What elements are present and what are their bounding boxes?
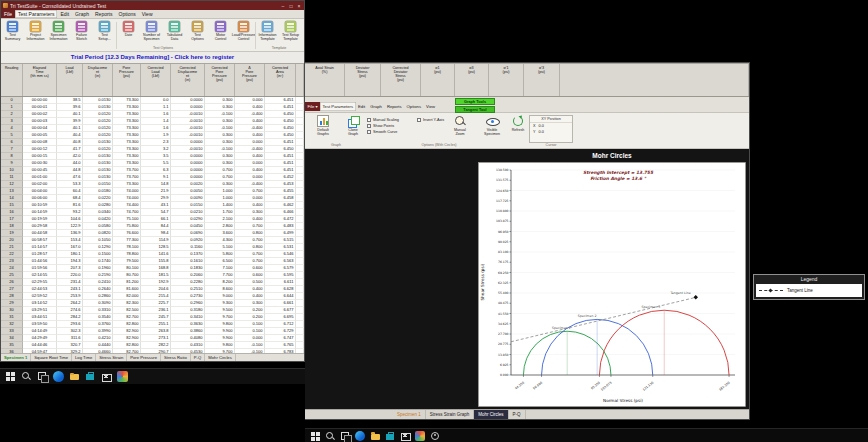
table-row[interactable]: 2301:44:56194.30.174079.500155.80.16106.…: [1, 258, 304, 265]
table-row[interactable]: 100:00:0139.60.013073.3001.10.00000.3000…: [1, 104, 304, 111]
table-row[interactable]: 1200:02:0053.30.015073.30014.80.00200.30…: [1, 181, 304, 188]
menu-item-edit[interactable]: Edit: [57, 10, 72, 18]
table-row[interactable]: 3003:29:51274.60.331082.500236.10.31809.…: [1, 307, 304, 314]
tab-mohr-circles[interactable]: Mohr Circles: [474, 410, 508, 419]
tab-mohr-circles[interactable]: Mohr Circles: [205, 354, 236, 361]
tab-square-root-time[interactable]: Square Root Time: [31, 354, 72, 361]
tangent-tool-button[interactable]: Tangent Tool: [455, 106, 495, 113]
table-row[interactable]: 1400:06:0068.40.022074.00029.90.00901.00…: [1, 195, 304, 202]
table-row[interactable]: 3404:29:49311.60.421082.900273.10.40809.…: [1, 335, 304, 342]
manual-zoom-button[interactable]: Manual Zoom: [445, 115, 475, 136]
menu-item-graph[interactable]: Graph: [368, 102, 385, 111]
mail-icon[interactable]: [400, 431, 410, 441]
tab-specimen-1[interactable]: Specimen 1: [393, 410, 426, 419]
checkbox-invert-y-axis[interactable]: Invert Y-Axis: [417, 117, 444, 123]
table-row[interactable]: 2602:29:55231.40.241081.200192.90.22808.…: [1, 279, 304, 286]
tab-p-q[interactable]: P-Q: [509, 410, 526, 419]
table-row[interactable]: 2201:28:57180.10.150078.800141.60.13705.…: [1, 251, 304, 258]
menu-item-view[interactable]: View: [423, 102, 437, 111]
start-icon[interactable]: [310, 431, 320, 441]
table-row[interactable]: 2802:59:52253.90.286082.000215.40.27309.…: [1, 293, 304, 300]
edge-icon[interactable]: [53, 371, 64, 382]
table-row[interactable]: 1900:44:58136.90.082076.60098.40.06903.6…: [1, 230, 304, 237]
table-row[interactable]: 2000:58:57153.40.105077.300114.90.09204.…: [1, 237, 304, 244]
table-row[interactable]: 500:00:0540.40.012073.3001.9-0.00100.300…: [1, 132, 304, 139]
table-row[interactable]: 600:00:0840.80.013073.3002.30.00000.3000…: [1, 139, 304, 146]
store-icon[interactable]: [385, 431, 395, 441]
clone-graph-button[interactable]: Clone Graph: [338, 115, 368, 136]
table-row[interactable]: 1500:10:5981.60.028074.40043.10.01501.40…: [1, 202, 304, 209]
table-row[interactable]: 1700:19:59104.60.042075.10066.10.02902.1…: [1, 216, 304, 223]
table-row[interactable]: 2903:14:52264.20.309082.300225.70.29609.…: [1, 300, 304, 307]
settings-icon[interactable]: [430, 431, 440, 441]
maximize-button[interactable]: □: [288, 2, 294, 10]
table-row[interactable]: 900:00:3044.00.013073.3005.50.00000.3000…: [1, 160, 304, 167]
menu-item-file[interactable]: File ▾: [305, 102, 320, 111]
menu-item-options[interactable]: Options: [116, 10, 139, 18]
menu-item-file[interactable]: File: [1, 10, 15, 18]
file-explorer-icon[interactable]: [69, 371, 80, 382]
task-view-icon[interactable]: [340, 431, 350, 441]
ribbon-button-failure-sketch[interactable]: Failure Sketch: [70, 20, 93, 51]
menu-item-view[interactable]: View: [139, 10, 156, 18]
photos-icon[interactable]: [415, 431, 425, 441]
menu-item-reports[interactable]: Reports: [92, 10, 116, 18]
table-row[interactable]: 3304:14:49302.30.399082.900263.80.38609.…: [1, 328, 304, 335]
table-row[interactable]: 1000:00:4544.80.013073.7006.30.00000.700…: [1, 167, 304, 174]
menu-item-options[interactable]: Options: [404, 102, 423, 111]
table-row[interactable]: 3103:44:51284.20.354082.700245.70.34109.…: [1, 314, 304, 321]
table-row[interactable]: 2702:44:53243.10.264081.600204.60.25108.…: [1, 286, 304, 293]
edge-icon[interactable]: [355, 431, 365, 441]
table-row[interactable]: 400:00:0440.10.012073.3001.6-0.0010-0.10…: [1, 125, 304, 132]
default-graphs-button[interactable]: Default Graphs: [308, 115, 338, 136]
menu-item-test-parameters[interactable]: Test Parameters: [15, 10, 57, 18]
table-row[interactable]: 3203:59:50293.60.376082.800255.10.36309.…: [1, 321, 304, 328]
menu-item-reports[interactable]: Reports: [384, 102, 404, 111]
table-row[interactable]: 200:00:0240.10.012073.3001.6-0.0010-0.10…: [1, 111, 304, 118]
table-row[interactable]: 2401:59:56207.30.196080.100168.80.18307.…: [1, 265, 304, 272]
table-row[interactable]: 3504:44:46320.70.444082.800282.20.43109.…: [1, 342, 304, 349]
table-row[interactable]: 1800:29:58122.90.058075.80084.40.04502.8…: [1, 223, 304, 230]
ribbon-button-test-setup[interactable]: Test Setup...: [93, 20, 116, 51]
ribbon-button-specimen-information[interactable]: Specimen Information: [47, 20, 70, 51]
ribbon-button-load-pressure-control[interactable]: Load/Pressure Control: [232, 20, 255, 51]
table-row[interactable]: 1100:01:0047.60.013073.7009.10.00000.700…: [1, 174, 304, 181]
table-row[interactable]: 2101:14:57167.00.129078.100128.50.11605.…: [1, 244, 304, 251]
table-row[interactable]: 1300:04:0060.40.018074.00021.90.00501.00…: [1, 188, 304, 195]
tab-p-q[interactable]: P-Q: [191, 354, 205, 361]
trial-banner-link[interactable]: Trial Period [12.3 Days Remaining] - Cli…: [1, 52, 304, 63]
table-row[interactable]: 300:00:0339.90.012073.3001.4-0.00100.300…: [1, 118, 304, 125]
menu-item-edit[interactable]: Edit: [356, 102, 368, 111]
table-body[interactable]: 000:00:0038.50.013073.3000.00.00000.3000…: [1, 97, 304, 353]
close-button[interactable]: ×: [296, 2, 302, 10]
title-bar[interactable]: Tri TestSuite - Consolidated Undrained T…: [1, 1, 304, 10]
file-explorer-icon[interactable]: [370, 431, 380, 441]
task-view-icon[interactable]: [37, 371, 48, 382]
ribbon-button-project-information[interactable]: Project Information: [24, 20, 47, 51]
table-row[interactable]: 2502:14:55220.00.219080.700181.50.20607.…: [1, 272, 304, 279]
graph-tools-button[interactable]: Graph Tools: [455, 98, 495, 105]
table-row[interactable]: 700:00:1241.70.012073.3003.2-0.0010-0.10…: [1, 146, 304, 153]
photos-icon[interactable]: [117, 371, 128, 382]
table-row[interactable]: 000:00:0038.50.013073.3000.00.00000.3000…: [1, 97, 304, 104]
tab-stress-strain[interactable]: Stress Strain: [96, 354, 127, 361]
store-icon[interactable]: [85, 371, 96, 382]
tab-stress-ratio[interactable]: Stress Ratio: [161, 354, 191, 361]
menu-item-graph[interactable]: Graph: [72, 10, 92, 18]
tab-stress-strain-graph[interactable]: Stress Strain Graph: [426, 410, 475, 419]
start-icon[interactable]: [5, 371, 16, 382]
table-row[interactable]: 800:00:1542.00.013073.3003.50.00000.3000…: [1, 153, 304, 160]
checkbox-smooth-curve[interactable]: Smooth Curve: [367, 129, 399, 135]
legend-window[interactable]: Legend Tangent Line: [753, 274, 865, 300]
menu-item-test-parameters[interactable]: Test Parameters: [320, 102, 356, 111]
search-icon[interactable]: [325, 431, 335, 441]
tab-pore-pressure[interactable]: Pore Pressure: [127, 354, 161, 361]
mail-icon[interactable]: [101, 371, 112, 382]
tab-log-time[interactable]: Log Time: [72, 354, 96, 361]
ribbon-button-test-summary[interactable]: Test Summary: [1, 20, 24, 51]
tab-specimen-1[interactable]: Specimen 1: [1, 354, 31, 361]
search-icon[interactable]: [21, 371, 32, 382]
minimize-button[interactable]: –: [280, 2, 286, 10]
ribbon-button-motor-control[interactable]: Motor Control: [209, 20, 232, 51]
table-row[interactable]: 1600:14:5993.20.034074.70054.70.02101.70…: [1, 209, 304, 216]
